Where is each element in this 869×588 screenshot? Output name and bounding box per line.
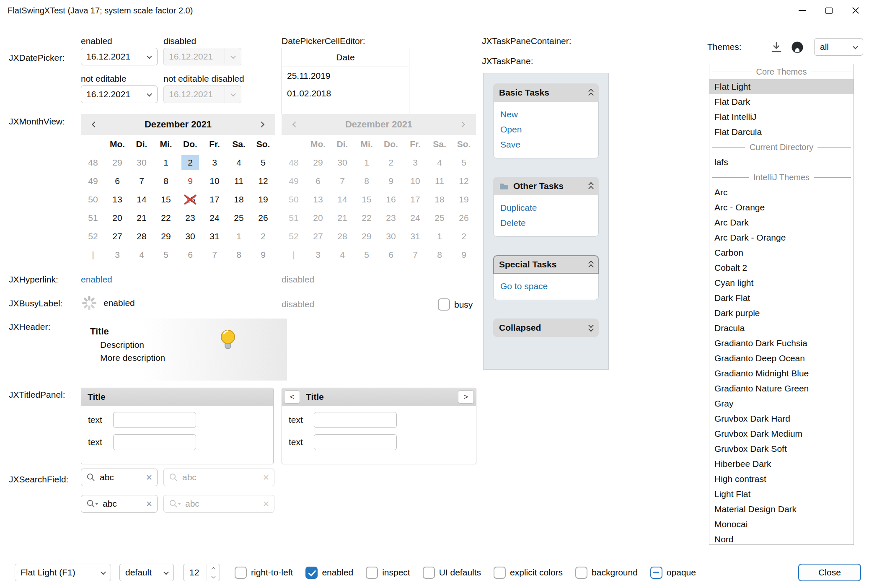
theme-item-arc-dark[interactable]: Arc Dark [709, 215, 853, 230]
day-cell[interactable]: 6 [105, 172, 129, 190]
theme-item-light-flat[interactable]: Light Flat [709, 487, 853, 502]
datepicker-value[interactable]: 16.12.2021 [81, 89, 141, 99]
theme-item-dark-flat[interactable]: Dark Flat [709, 290, 853, 306]
day-cell[interactable]: 29 [105, 153, 129, 172]
datepicker-dropdown-button[interactable] [141, 48, 157, 65]
taskpane-header[interactable]: Basic Tasks [493, 83, 599, 102]
theme-item-material-design-dark[interactable]: Material Design Dark [709, 502, 853, 517]
theme-item-gruvbox-dark-medium[interactable]: Gruvbox Dark Medium [709, 426, 853, 441]
day-cell[interactable]: 22 [154, 209, 178, 227]
search-field-enabled[interactable]: abc ✕ [81, 469, 158, 486]
datepicker-enabled[interactable]: 16.12.2021 [81, 48, 158, 65]
checkbox-ui-defaults[interactable]: UI defaults [423, 567, 481, 579]
theme-item-carbon[interactable]: Carbon [709, 245, 853, 260]
font-combobox[interactable]: default [119, 564, 174, 581]
theme-item-hiberbee-dark[interactable]: Hiberbee Dark [709, 456, 853, 471]
taskpane-link-delete[interactable]: Delete [500, 215, 592, 231]
theme-item-flat-darcula[interactable]: Flat Darcula [709, 124, 853, 140]
day-cell[interactable]: 10 [202, 172, 227, 190]
day-cell[interactable]: 4 [227, 153, 251, 172]
checkbox-explicit-colors[interactable]: explicit colors [494, 567, 563, 579]
day-cell[interactable]: 19 [251, 190, 275, 209]
day-cell[interactable]: 28 [129, 227, 154, 246]
day-cell[interactable]: 21 [129, 209, 154, 227]
day-cell[interactable]: 23 [178, 209, 202, 227]
checkbox-right-to-left[interactable]: right-to-left [235, 567, 293, 579]
table-row[interactable]: 01.02.2018 [282, 85, 409, 102]
theme-item-flat-intellij[interactable]: Flat IntelliJ [709, 109, 853, 124]
github-icon[interactable] [790, 40, 804, 54]
day-cell[interactable]: 15 [154, 190, 178, 209]
taskpane-header[interactable]: Special Tasks [493, 255, 599, 274]
datepicker-not-editable[interactable]: 16.12.2021 [81, 85, 158, 103]
theme-item-high-contrast[interactable]: High contrast [709, 471, 853, 487]
download-icon[interactable] [770, 41, 783, 54]
text-input[interactable] [113, 412, 196, 428]
theme-item-arc[interactable]: Arc [709, 185, 853, 200]
theme-item-arc-orange[interactable]: Arc - Orange [709, 200, 853, 215]
next-month-button[interactable] [256, 122, 267, 127]
day-cell[interactable]: 14 [129, 190, 154, 209]
theme-item-lafs[interactable]: lafs [709, 155, 853, 170]
theme-item-gruvbox-dark-soft[interactable]: Gruvbox Dark Soft [709, 441, 853, 456]
theme-item-arc-dark-orange[interactable]: Arc Dark - Orange [709, 230, 853, 245]
day-cell[interactable]: 26 [251, 209, 275, 227]
theme-item-monocai[interactable]: Monocai [709, 517, 853, 532]
day-cell[interactable]: 6 [178, 246, 202, 264]
day-cell[interactable]: 13 [105, 190, 129, 209]
close-dialog-button[interactable]: Close [798, 564, 861, 581]
font-size-spinner[interactable]: 12 [183, 564, 220, 581]
clear-icon[interactable]: ✕ [146, 499, 153, 509]
spinner-down-button[interactable] [207, 572, 220, 581]
taskpane-link-duplicate[interactable]: Duplicate [500, 200, 592, 215]
theme-item-gradianto-deep-ocean[interactable]: Gradianto Deep Ocean [709, 351, 853, 366]
titled-panel-prev-button[interactable]: < [284, 390, 300, 404]
day-cell[interactable]: 20 [105, 209, 129, 227]
datepicker-value[interactable]: 16.12.2021 [81, 52, 141, 62]
day-cell[interactable]: 1 [227, 227, 251, 246]
search-input[interactable]: abc [103, 499, 142, 509]
datepicker-dropdown-button[interactable] [141, 86, 157, 103]
search-field-with-menu-enabled[interactable]: abc ✕ [81, 495, 158, 513]
datepicker-celleditor-table[interactable]: Date 25.11.2019 01.02.2018 [282, 48, 409, 120]
day-cell[interactable]: 7 [129, 172, 154, 190]
prev-month-button[interactable] [89, 122, 100, 127]
day-cell[interactable]: 3 [105, 246, 129, 264]
text-input[interactable] [314, 412, 397, 428]
day-cell[interactable]: 7 [202, 246, 227, 264]
minimize-button[interactable] [789, 0, 815, 21]
close-window-button[interactable] [842, 0, 869, 21]
taskpane-header[interactable]: Other Tasks [493, 177, 599, 195]
day-cell[interactable]: 30 [129, 153, 154, 172]
maximize-button[interactable] [815, 0, 842, 21]
theme-item-cobalt-2[interactable]: Cobalt 2 [709, 260, 853, 275]
theme-item-flat-light[interactable]: Flat Light [709, 79, 853, 94]
text-input[interactable] [113, 434, 196, 450]
checkbox-inspect[interactable]: inspect [366, 567, 410, 579]
theme-item-flat-dark[interactable]: Flat Dark [709, 94, 853, 109]
clear-icon[interactable]: ✕ [146, 473, 153, 482]
day-cell[interactable]: 5 [154, 246, 178, 264]
theme-item-dracula[interactable]: Dracula [709, 321, 853, 336]
day-cell[interactable]: 31 [202, 227, 227, 246]
checkbox-busy[interactable]: busy [438, 298, 473, 311]
hyperlink-enabled[interactable]: enabled [81, 275, 112, 285]
theme-item-dark-purple[interactable]: Dark purple [709, 306, 853, 321]
day-cell[interactable]: 2 [251, 227, 275, 246]
theme-item-cyan-light[interactable]: Cyan light [709, 275, 853, 290]
day-cell[interactable]: 29 [154, 227, 178, 246]
day-cell[interactable]: 8 [227, 246, 251, 264]
checkbox-background[interactable]: background [575, 567, 638, 579]
theme-item-gradianto-midnight-blue[interactable]: Gradianto Midnight Blue [709, 366, 853, 381]
day-cell[interactable]: 5 [251, 153, 275, 172]
day-cell[interactable]: 8 [154, 172, 178, 190]
day-cell[interactable]: 2 [178, 153, 202, 172]
taskpane-link-new[interactable]: New [500, 107, 592, 122]
checkbox-opaque[interactable]: opaque [650, 567, 696, 579]
day-cell[interactable]: 18 [227, 190, 251, 209]
taskpane-header[interactable]: Collapsed [493, 319, 599, 337]
laf-combobox[interactable]: Flat Light (F1) [15, 564, 111, 581]
search-input[interactable]: abc [100, 472, 142, 482]
day-cell[interactable]: 9 [251, 246, 275, 264]
taskpane-link-go-to-space[interactable]: Go to space [500, 279, 592, 294]
